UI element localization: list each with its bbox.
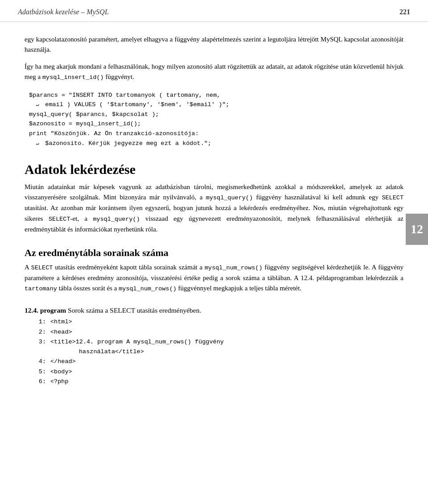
section2-paragraph: A SELECT utasítás eredményeként kapott t… (25, 262, 403, 294)
intro-paragraph-2: Így ha meg akarjuk mondani a felhasználó… (25, 62, 403, 83)
header-title: Adatbázisok kezelése – MySQL (18, 8, 109, 16)
section2-heading: Az eredménytábla sorainak száma (25, 247, 403, 259)
line-content-5: <body> (50, 367, 72, 377)
line-num-3: 3: (38, 337, 46, 347)
inline-code-3: SELECT (382, 194, 403, 201)
header-page-number: 221 (399, 8, 410, 16)
inline-code-7: mysql_num_rows() (205, 264, 263, 271)
chapter-badge-text: 12 (411, 222, 423, 236)
page-header: Adatbázisok kezelése – MySQL 221 (0, 0, 428, 22)
code-line-1: 1: <html> (38, 317, 403, 327)
line-num-5: 5: (38, 367, 46, 377)
inline-code-5: mysql_query() (93, 216, 140, 223)
line-num-1: 1: (38, 317, 46, 327)
line-num-2: 2: (38, 327, 46, 337)
line-content-2: <head> (50, 327, 72, 337)
line-content-3b: használata</title> (50, 347, 144, 357)
code-line-6: 6: <?php (38, 377, 403, 387)
line-num-3b (38, 347, 46, 357)
program-label: 12.4. program (25, 306, 66, 314)
main-content: 12 egy kapcsolatazonosító paramétert, am… (0, 22, 428, 400)
code-block: $parancs = "INSERT INTO tartomanyok ( ta… (25, 91, 403, 149)
code-line-3: 3: <title>12.4. program A mysql_num_rows… (38, 337, 403, 347)
inline-code-4: SELECT (49, 216, 70, 223)
inline-code-6: SELECT (31, 264, 53, 271)
program-heading: 12.4. program Sorok száma a SELECT utasí… (25, 306, 403, 314)
section1-paragraph: Miután adatainkat már képesek vagyunk az… (25, 182, 403, 235)
line-num-6: 6: (38, 377, 46, 387)
code-line-1: $parancs = "INSERT INTO tartomanyok ( ta… (29, 92, 229, 147)
inline-code-1: mysql_insert_id() (42, 74, 104, 81)
intro-paragraph-1: egy kapcsolatazonosító paramétert, amely… (25, 34, 403, 55)
code-line-5: 5: <body> (38, 367, 403, 377)
code-line-3b: használata</title> (38, 347, 403, 357)
inline-code-9: mysql_num_rows() (119, 285, 177, 292)
code-line-2: 2: <head> (38, 327, 403, 337)
code-line-4: 4: </head> (38, 357, 403, 367)
line-num-4: 4: (38, 357, 46, 367)
code-listing: 1: <html> 2: <head> 3: <title>12.4. prog… (38, 317, 403, 387)
line-content-1: <html> (50, 317, 72, 327)
program-title: Sorok száma a SELECT utasítás eredményéb… (68, 306, 201, 314)
line-content-3: <title>12.4. program A mysql_num_rows() … (50, 337, 224, 347)
inline-code-8: tartomany (25, 285, 57, 292)
line-content-4: </head> (50, 357, 76, 367)
inline-code-2: mysql_query() (206, 194, 253, 201)
chapter-badge: 12 (406, 214, 428, 245)
page-container: Adatbázisok kezelése – MySQL 221 12 egy … (0, 0, 428, 504)
line-content-6: <?php (50, 377, 69, 387)
section1-heading: Adatok lekérdezése (25, 161, 403, 178)
